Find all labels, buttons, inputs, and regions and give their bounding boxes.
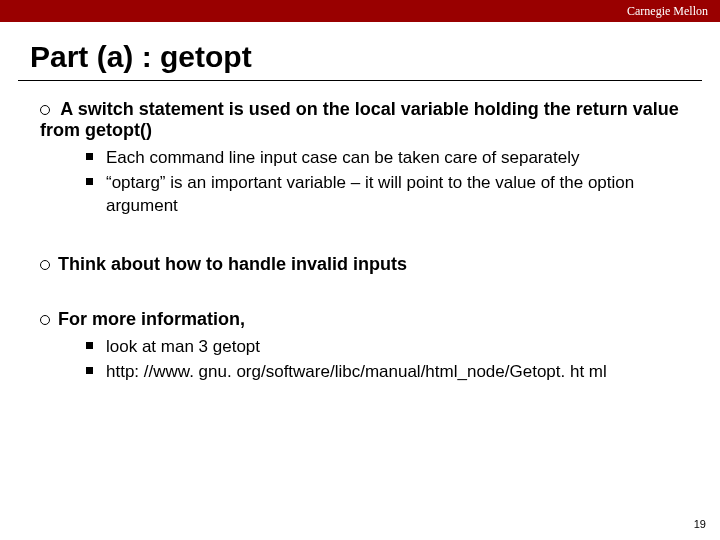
header-brand: Carnegie Mellon	[627, 4, 708, 19]
slide-title: Part (a) : getopt	[0, 22, 720, 80]
bullet-2-text: Think about how to handle invalid inputs	[58, 254, 407, 275]
page-number: 19	[694, 518, 706, 530]
list-item: look at man 3 getopt	[86, 336, 680, 359]
bullet-1-text: A switch statement is used on the local …	[40, 99, 679, 140]
slide-content: A switch statement is used on the local …	[0, 81, 720, 384]
bullet-2: Think about how to handle invalid inputs	[40, 254, 680, 275]
hollow-circle-icon	[40, 315, 50, 325]
list-item: http: //www. gnu. org/software/libc/manu…	[86, 361, 680, 384]
bullet-1-sublist: Each command line input case can be take…	[40, 147, 680, 218]
bullet-3-sublist: look at man 3 getopt http: //www. gnu. o…	[40, 336, 680, 384]
list-item: “optarg” is an important variable – it w…	[86, 172, 680, 218]
list-item: Each command line input case can be take…	[86, 147, 680, 170]
bullet-3: For more information,	[40, 309, 680, 330]
hollow-circle-icon	[40, 105, 50, 115]
bullet-3-text: For more information,	[58, 309, 245, 330]
bullet-1: A switch statement is used on the local …	[40, 99, 680, 141]
header-bar: Carnegie Mellon	[0, 0, 720, 22]
hollow-circle-icon	[40, 260, 50, 270]
